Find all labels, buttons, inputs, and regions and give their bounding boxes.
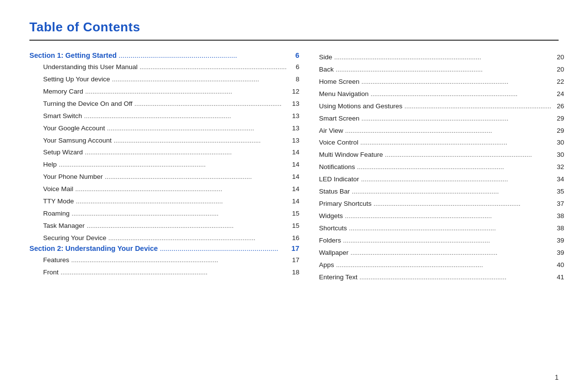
- right-item-page-num: 41: [553, 272, 564, 283]
- right-item-page-num: 34: [553, 174, 564, 185]
- right-item-label: Multi Window Feature: [319, 150, 383, 160]
- section-page-num: 17: [288, 245, 299, 252]
- toc-right-list-item: Entering Text ..........................…: [319, 271, 564, 284]
- section-heading-2: Section 2: Understanding Your Device ...…: [29, 245, 299, 252]
- right-item-dots: ........................................…: [359, 272, 551, 283]
- toc-right-list-item: Status Bar .............................…: [319, 186, 564, 198]
- item-label: Your Phone Number: [43, 172, 103, 182]
- right-item-label: Primary Shortcuts: [319, 199, 371, 209]
- item-page-num: 8: [289, 74, 299, 85]
- right-item-label: Home Screen: [319, 77, 360, 87]
- toc-list-item: Your Google Account ....................…: [29, 122, 299, 135]
- toc-right-list-item: Side ...................................…: [319, 51, 564, 64]
- title-divider: [29, 40, 559, 41]
- toc-list-item: Help ...................................…: [29, 159, 299, 171]
- item-page-num: 14: [289, 147, 299, 158]
- toc-list-item: Front ..................................…: [29, 267, 299, 279]
- item-dots: ........................................…: [107, 123, 287, 134]
- item-label: Features: [43, 255, 69, 266]
- toc-right-list-item: Using Motions and Gestures .............…: [319, 100, 564, 113]
- item-label: Turning the Device On and Off: [43, 99, 132, 109]
- right-item-page-num: 35: [553, 187, 564, 197]
- section-dots: ........................................…: [160, 245, 286, 252]
- item-page-num: 13: [289, 99, 299, 109]
- item-label: Task Manager: [43, 221, 85, 231]
- right-item-label: Folders: [319, 236, 341, 246]
- section-heading-1: Section 1: Getting Started .............…: [29, 51, 299, 59]
- right-item-dots: ........................................…: [373, 199, 551, 209]
- right-item-page-num: 20: [553, 52, 564, 63]
- right-item-page-num: 26: [553, 101, 564, 112]
- right-item-dots: ........................................…: [334, 52, 551, 63]
- toc-right-list-item: Home Screen ............................…: [319, 76, 564, 88]
- toc-list-item: Task Manager ...........................…: [29, 220, 299, 232]
- right-item-label: LED Indicator: [319, 174, 359, 185]
- right-item-dots: ........................................…: [336, 260, 552, 270]
- item-dots: ........................................…: [61, 268, 287, 278]
- page: Table of Contents Section 1: Getting Sta…: [0, 0, 588, 392]
- toc-body: Section 1: Getting Started .............…: [29, 51, 559, 284]
- section-label: Section 1: Getting Started: [29, 51, 117, 59]
- toc-list-item: Setting Up Your device .................…: [29, 74, 299, 86]
- right-item-dots: ........................................…: [360, 138, 551, 148]
- right-item-page-num: 29: [553, 126, 564, 136]
- right-item-label: Smart Screen: [319, 114, 360, 124]
- right-item-dots: ........................................…: [404, 101, 551, 112]
- toc-right-list-item: Primary Shortcuts ......................…: [319, 198, 564, 210]
- right-item-page-num: 39: [553, 248, 564, 258]
- toc-list-item: Roaming ................................…: [29, 208, 299, 220]
- item-dots: ........................................…: [108, 233, 287, 244]
- right-item-page-num: 30: [553, 150, 564, 160]
- right-item-label: Shortcuts: [319, 223, 347, 234]
- right-item-dots: ........................................…: [352, 187, 551, 197]
- item-label: TTY Mode: [43, 196, 74, 207]
- right-item-dots: ........................................…: [343, 236, 551, 246]
- toc-list-item: Your Phone Number ......................…: [29, 171, 299, 183]
- right-item-dots: ........................................…: [361, 174, 552, 185]
- right-item-page-num: 30: [553, 138, 564, 148]
- right-item-page-num: 38: [553, 223, 564, 234]
- right-item-dots: ........................................…: [349, 223, 551, 234]
- item-label: Front: [43, 268, 59, 278]
- right-item-label: Apps: [319, 260, 334, 270]
- right-item-page-num: 22: [553, 77, 564, 87]
- item-page-num: 16: [289, 233, 299, 244]
- item-dots: ........................................…: [72, 209, 287, 219]
- right-item-label: Voice Control: [319, 138, 358, 148]
- item-dots: ........................................…: [112, 74, 287, 85]
- item-page-num: 13: [289, 111, 299, 122]
- item-dots: ........................................…: [134, 99, 287, 109]
- toc-right-list-item: Back ...................................…: [319, 64, 564, 76]
- right-item-page-num: 32: [553, 162, 564, 172]
- item-label: Voice Mail: [43, 184, 74, 195]
- right-item-dots: ........................................…: [361, 77, 551, 87]
- toc-list-item: Smart Switch ...........................…: [29, 110, 299, 122]
- toc-right-list-item: Widgets ................................…: [319, 210, 564, 222]
- right-item-dots: ........................................…: [385, 150, 551, 160]
- right-item-label: Back: [319, 65, 334, 75]
- toc-list-item: Understanding this User Manual .........…: [29, 61, 299, 74]
- item-label: Securing Your Device: [43, 233, 106, 244]
- right-item-page-num: 39: [553, 236, 564, 246]
- item-label: Your Google Account: [43, 123, 105, 134]
- item-dots: ........................................…: [76, 196, 287, 207]
- item-dots: ........................................…: [87, 221, 287, 231]
- right-item-dots: ........................................…: [350, 248, 551, 258]
- item-page-num: 13: [289, 123, 299, 134]
- right-item-dots: ........................................…: [345, 211, 552, 221]
- right-item-label: Air View: [319, 126, 343, 136]
- item-page-num: 6: [289, 62, 299, 73]
- item-page-num: 14: [289, 184, 299, 195]
- right-item-dots: ........................................…: [357, 162, 551, 172]
- item-page-num: 17: [289, 255, 299, 266]
- right-item-label: Status Bar: [319, 187, 350, 197]
- item-page-num: 12: [289, 87, 299, 97]
- item-dots: ........................................…: [71, 255, 287, 266]
- right-item-label: Using Motions and Gestures: [319, 101, 402, 112]
- toc-right-list-item: Voice Control ..........................…: [319, 137, 564, 149]
- item-dots: ........................................…: [75, 184, 287, 195]
- toc-right-list-item: Folders ................................…: [319, 235, 564, 247]
- item-dots: ........................................…: [85, 87, 287, 97]
- toc-right-list-item: Smart Screen ...........................…: [319, 113, 564, 125]
- right-item-dots: ........................................…: [345, 126, 551, 136]
